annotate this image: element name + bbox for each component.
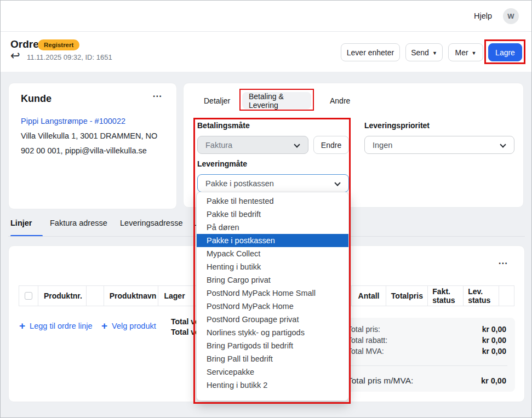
column-header-produktnr: Produktnr. [38, 286, 87, 306]
user-avatar[interactable]: W [503, 8, 519, 24]
back-arrow-icon[interactable]: ↩ [10, 49, 20, 62]
total-discount-value: kr 0,00 [482, 336, 506, 345]
delivery-option-selected[interactable]: Pakke i postkassen [197, 234, 348, 247]
delivery-option[interactable]: PostNord MyPack Home Small [197, 287, 348, 300]
chevron-down-icon: ▼ [472, 50, 477, 56]
column-header-fakt-status: Fakt. status [428, 286, 464, 306]
delivery-option[interactable]: Bring Pall til bedrift [197, 352, 348, 365]
delivery-option[interactable]: Bring Partigods til bedrift [197, 339, 348, 352]
delivery-option[interactable]: Henting i butikk 2 [197, 379, 348, 392]
payment-method-label: Betalingsmåte [197, 121, 250, 130]
delivery-option[interactable]: Henting i butikk [197, 260, 348, 273]
total-weight-partial: Total ve [171, 317, 199, 326]
delivery-method-value: Pakke i postkassen [205, 179, 274, 188]
customer-address: Villa Villekulla 1, 3001 DRAMMEN, NO [21, 131, 157, 140]
plus-icon: + [19, 322, 25, 330]
total-vat-value: kr 0,00 [482, 347, 506, 356]
delivery-method-dropdown-list: Pakke til hentested Pakke til bedrift På… [196, 192, 349, 401]
choose-product-label: Velg produkt [112, 322, 156, 330]
delivery-option[interactable]: Pakke til bedrift [197, 208, 348, 221]
change-payment-button[interactable]: Endre [313, 136, 349, 154]
column-header-totalpris: Totalpris [386, 286, 428, 306]
total-price-label: Total pris: [347, 325, 380, 334]
more-label: Mer [455, 48, 468, 57]
chevron-down-icon [334, 180, 340, 186]
change-payment-label: Endre [321, 141, 341, 150]
column-header-lev-status: Lev. status [464, 286, 499, 306]
delivery-option[interactable]: Norlines stykk- og partigods [197, 326, 348, 339]
order-meta: 11.11.2025 09:32, ID: 1651 [27, 53, 112, 61]
order-window: Hjelp W Ordre Registrert ↩ 11.11.2025 09… [0, 0, 532, 418]
more-button[interactable]: Mer ▼ [448, 43, 483, 61]
page-header: Ordre Registrert ↩ 11.11.2025 09:32, ID:… [1, 32, 531, 72]
deliver-units-button[interactable]: Lever enheter [341, 43, 400, 61]
customer-name-link[interactable]: Pippi Langstrømpe - #100022 [21, 117, 125, 125]
select-all-checkbox[interactable] [25, 292, 32, 300]
chevron-down-icon [500, 141, 506, 147]
delivery-option[interactable]: Bring Cargo privat [197, 273, 348, 287]
column-header-produktnavn: Produktnavn [104, 286, 159, 306]
total-volume-partial: Total vo [171, 328, 200, 336]
delivery-option[interactable]: Mypack Collect [197, 247, 348, 260]
order-detail-card: Detaljer Betaling & Levering Andre Betal… [183, 83, 524, 208]
tab-andre[interactable]: Andre [323, 92, 357, 109]
send-label: Send [411, 48, 429, 57]
column-header-antall: Antall [352, 286, 387, 306]
customer-card-title: Kunde [21, 93, 52, 105]
delivery-priority-label: Leveringsprioritet [364, 121, 430, 130]
total-price-value: kr 0,00 [482, 325, 506, 334]
delivery-priority-value: Ingen [373, 141, 392, 150]
column-header-empty-end [499, 286, 514, 306]
choose-product-link[interactable]: + Velg produkt [101, 322, 156, 330]
tab-detaljer[interactable]: Detaljer [197, 92, 237, 109]
customer-card: Kunde ... Pippi Langstrømpe - #100022 Vi… [8, 83, 177, 209]
customer-menu-ellipsis-icon[interactable]: ... [153, 89, 162, 100]
payment-method-value: Faktura [205, 141, 232, 150]
save-button[interactable]: Lagre [488, 43, 522, 61]
grand-total-label: Total pris m/MVA: [347, 376, 413, 386]
deliver-units-label: Lever enheter [347, 48, 394, 57]
delivery-option[interactable]: Servicepakke [197, 365, 348, 379]
delivery-method-label: Leveringmåte [197, 159, 247, 168]
delivery-priority-select[interactable]: Ingen [364, 136, 514, 154]
payment-method-select[interactable]: Faktura [197, 136, 308, 154]
customer-contact: 902 00 001, pippi@villa-villekulla.se [21, 146, 147, 155]
chevron-down-icon [294, 141, 300, 147]
grand-total-value: kr 0,00 [481, 376, 506, 385]
tab-faktura-adresse[interactable]: Faktura adresse [50, 219, 107, 227]
delivery-option[interactable]: Pakke til hentested [197, 194, 348, 208]
delivery-method-select[interactable]: Pakke i postkassen [197, 174, 349, 192]
tab-linjer[interactable]: Linjer [10, 219, 32, 227]
chevron-down-icon: ▼ [432, 50, 437, 56]
add-order-line-link[interactable]: + Legg til ordre linje [19, 322, 93, 330]
select-column-header [19, 286, 38, 306]
total-vat-label: Total MVA: [347, 347, 384, 356]
status-badge: Registrert [38, 39, 79, 50]
plus-icon: + [101, 322, 107, 330]
save-label: Lagre [495, 48, 515, 57]
tab-betaling-levering[interactable]: Betaling & Levering [242, 92, 311, 109]
send-button[interactable]: Send ▼ [405, 43, 443, 61]
tab-leveringsadresse[interactable]: Leveringsadresse [120, 219, 182, 227]
lines-menu-ellipsis-icon[interactable]: ... [499, 256, 508, 267]
delivery-option[interactable]: PostNord Groupage privat [197, 313, 348, 326]
top-bar: Hjelp W [1, 1, 531, 32]
add-order-line-label: Legg til ordre linje [30, 322, 92, 330]
column-header-empty [87, 286, 104, 306]
help-link[interactable]: Hjelp [474, 12, 492, 20]
delivery-option[interactable]: PostNord MyPack Home [197, 300, 348, 313]
delivery-option[interactable]: På døren [197, 221, 348, 234]
total-discount-label: Total rabatt: [347, 336, 387, 345]
